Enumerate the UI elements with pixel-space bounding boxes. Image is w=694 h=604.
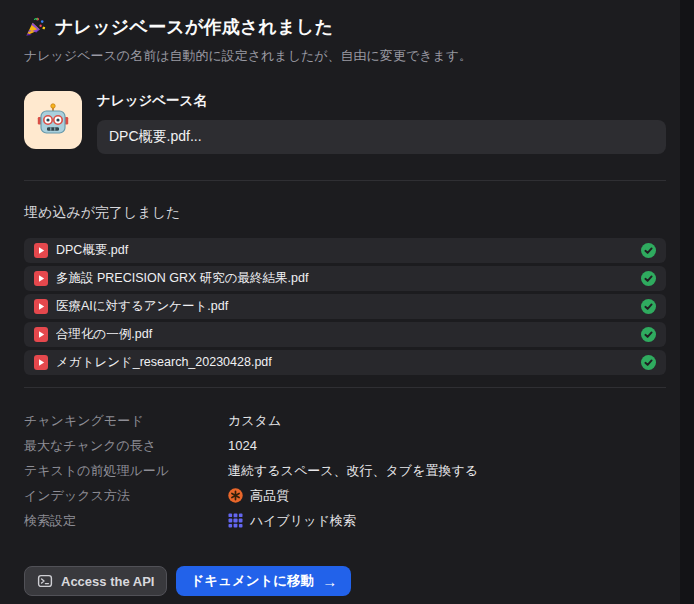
embedding-complete-heading: 埋め込みが完了しました [24,204,666,222]
pdf-file-icon [34,243,48,258]
divider [24,387,666,388]
file-row: 医療AIに対するアンケート.pdf [24,294,666,319]
file-name: DPC概要.pdf [56,242,633,259]
pdf-file-icon [34,327,48,342]
access-api-button[interactable]: Access the API [24,566,167,596]
access-api-button-label: Access the API [61,574,154,589]
knowledge-name-input[interactable] [97,120,666,154]
setting-value-text: ハイブリッド検索 [250,512,356,530]
setting-label: チャンキングモード [24,412,228,430]
setting-row-retrieval: 検索設定 [24,508,666,533]
setting-value: カスタム [228,412,281,430]
arrow-right-icon: → [322,574,337,589]
pdf-file-icon [34,271,48,286]
setting-label: テキストの前処理ルール [24,462,228,480]
settings-summary: チャンキングモード カスタム 最大なチャンクの長さ 1024 テキストの前処理ル… [24,408,666,533]
footer-actions: Access the API ドキュメントに移動 → [24,566,666,596]
setting-value: 連続するスペース、改行、タブを置換する [228,462,478,480]
file-name: 合理化の一例.pdf [56,326,633,343]
success-check-icon [641,355,656,370]
setting-label: インデックス方法 [24,487,228,505]
terminal-icon [37,573,53,589]
success-check-icon [641,327,656,342]
hybrid-search-icon [228,513,243,528]
file-row: 多施設 PRECISION GRX 研究の最終結果.pdf [24,266,666,291]
page-title: ナレッジベースが作成されました [55,15,333,39]
file-row: DPC概要.pdf [24,238,666,263]
embedded-file-list: DPC概要.pdf 多施設 PRECISION GRX 研究の最終結果.pdf … [24,238,666,375]
setting-value: 1024 [228,438,257,453]
success-check-icon [641,271,656,286]
robot-emoji [35,102,71,138]
knowledge-avatar[interactable] [24,91,82,149]
divider [24,180,666,181]
file-name: 多施設 PRECISION GRX 研究の最終結果.pdf [56,270,633,287]
success-check-icon [641,243,656,258]
knowledge-created-panel: ナレッジベースが作成されました ナレッジベースの名前は自動的に設定されましたが、… [0,0,680,604]
setting-row-preprocessing-rules: テキストの前処理ルール 連続するスペース、改行、タブを置換する [24,458,666,483]
go-to-documents-button[interactable]: ドキュメントに移動 → [176,566,351,596]
pdf-file-icon [34,299,48,314]
go-to-documents-button-label: ドキュメントに移動 [190,572,314,590]
page-title-row: ナレッジベースが作成されました [24,15,666,39]
setting-row-chunking-mode: チャンキングモード カスタム [24,408,666,433]
file-row: 合理化の一例.pdf [24,322,666,347]
file-name: 医療AIに対するアンケート.pdf [56,298,633,315]
file-name: メガトレンド_research_20230428.pdf [56,354,633,371]
setting-row-index-method: インデックス方法 高品質 [24,483,666,508]
setting-value-text: 高品質 [250,487,289,505]
success-check-icon [641,299,656,314]
knowledge-name-section: ナレッジベース名 [24,91,666,154]
knowledge-name-label: ナレッジベース名 [97,92,666,110]
page-subtitle: ナレッジベースの名前は自動的に設定されましたが、自由に変更できます。 [24,47,666,65]
setting-value: ハイブリッド検索 [228,512,356,530]
setting-value: 高品質 [228,487,289,505]
setting-label: 最大なチャンクの長さ [24,437,228,455]
party-popper-icon [24,16,46,38]
setting-row-max-chunk-length: 最大なチャンクの長さ 1024 [24,433,666,458]
setting-label: 検索設定 [24,512,228,530]
pdf-file-icon [34,355,48,370]
high-quality-icon [228,488,243,503]
file-row: メガトレンド_research_20230428.pdf [24,350,666,375]
